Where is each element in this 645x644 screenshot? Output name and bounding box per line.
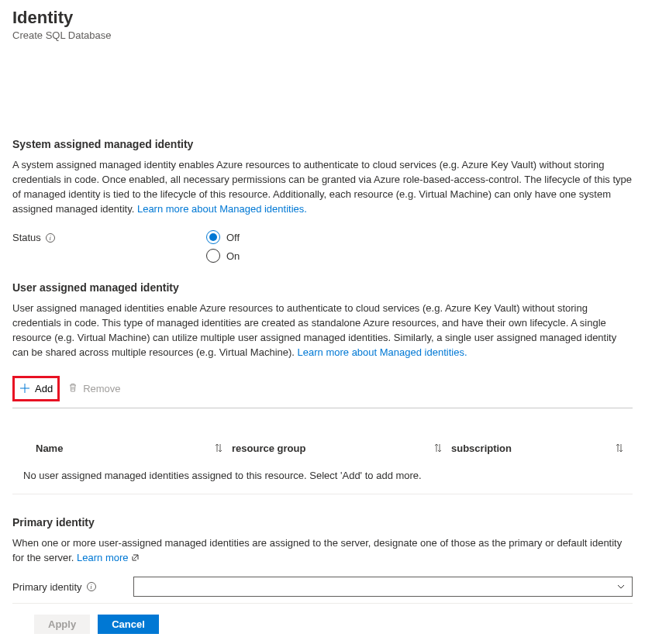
status-radio-group: Off On [206, 230, 240, 263]
col-resource-group[interactable]: resource group [232, 443, 305, 454]
empty-state: No user assigned managed identities assi… [12, 460, 633, 494]
plus-icon [19, 383, 30, 394]
info-icon[interactable]: i [87, 582, 96, 591]
cancel-button[interactable]: Cancel [98, 615, 159, 634]
identity-table: Name resource group subscription No user… [12, 436, 633, 494]
col-subscription[interactable]: subscription [451, 443, 512, 454]
apply-button: Apply [34, 615, 90, 634]
sort-icon[interactable] [429, 443, 451, 454]
col-name[interactable]: Name [36, 443, 63, 454]
page-subtitle: Create SQL Database [12, 29, 633, 41]
chevron-down-icon [616, 582, 626, 591]
primary-identity-label: Primary identity [12, 581, 82, 593]
divider [12, 603, 633, 604]
external-link-icon [131, 552, 140, 567]
radio-icon [206, 230, 220, 244]
remove-label: Remove [83, 383, 120, 394]
radio-label: Off [226, 232, 240, 243]
divider [12, 408, 633, 408]
learn-more-link[interactable]: Learn more about Managed identities. [298, 346, 467, 358]
primary-identity-heading: Primary identity [12, 516, 633, 529]
primary-identity-description: When one or more user-assigned managed i… [12, 536, 633, 567]
user-identity-description: User assigned managed identities enable … [12, 301, 633, 360]
add-button-highlight: Add [12, 376, 60, 401]
status-on-radio[interactable]: On [206, 249, 240, 263]
status-off-radio[interactable]: Off [206, 230, 240, 244]
status-label: Status [12, 232, 41, 243]
system-desc-text: A system assigned managed identity enabl… [12, 159, 632, 215]
page-title: Identity [12, 8, 633, 28]
learn-more-link[interactable]: Learn more [77, 552, 140, 563]
primary-identity-dropdown[interactable] [133, 577, 633, 597]
add-button[interactable]: Add [19, 381, 53, 396]
info-icon[interactable]: i [46, 233, 55, 243]
system-identity-heading: System assigned managed identity [12, 138, 633, 150]
sort-icon[interactable] [611, 443, 633, 454]
user-identity-heading: User assigned managed identity [12, 281, 633, 294]
learn-more-link[interactable]: Learn more about Managed identities. [137, 203, 307, 215]
add-label: Add [35, 383, 53, 394]
trash-icon [67, 382, 78, 395]
remove-button: Remove [67, 381, 120, 397]
radio-icon [206, 249, 220, 263]
system-identity-description: A system assigned managed identity enabl… [12, 158, 633, 216]
radio-label: On [226, 250, 240, 262]
sort-icon[interactable] [210, 443, 232, 454]
